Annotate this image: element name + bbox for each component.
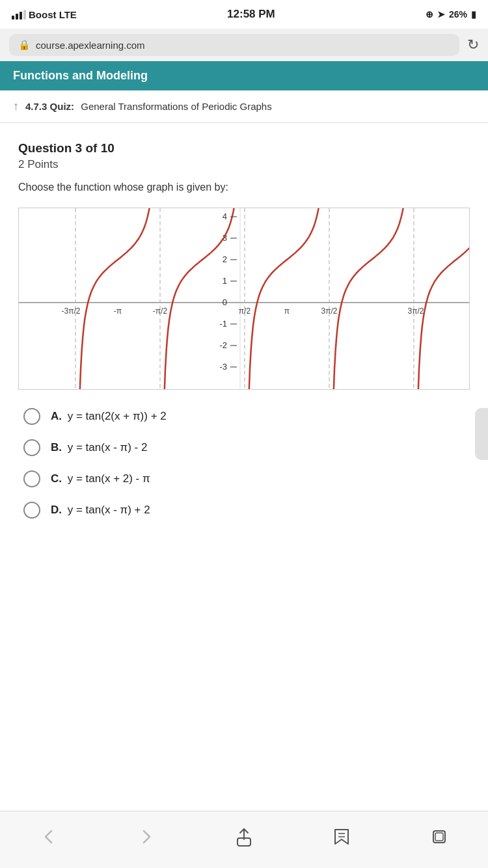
url-text: course.apexlearning.com	[36, 40, 145, 51]
svg-text:-π/2: -π/2	[153, 306, 168, 316]
share-button[interactable]	[224, 826, 264, 847]
question-title: Question 3 of 10	[18, 141, 470, 156]
graph-svg: 4 3 2 1 0 -1 -2 -3 -3π/2 -π -π/2 π/2 π 3…	[19, 208, 470, 390]
choice-a-label: A. y = tan(2(x + π)) + 2	[51, 410, 167, 423]
back-button[interactable]	[29, 828, 68, 846]
graph-container: 4 3 2 1 0 -1 -2 -3 -3π/2 -π -π/2 π/2 π 3…	[18, 208, 470, 390]
tabs-button[interactable]	[420, 828, 459, 846]
radio-a[interactable]	[23, 408, 40, 425]
choice-item-b[interactable]: B. y = tan(x - π) - 2	[23, 439, 465, 456]
choice-c-label: C. y = tan(x + 2) - π	[51, 472, 150, 485]
choice-b-label: B. y = tan(x - π) - 2	[51, 441, 147, 454]
svg-text:-π: -π	[114, 306, 122, 316]
status-left: Boost LTE	[12, 9, 77, 20]
choice-d-label: D. y = tan(x - π) + 2	[51, 504, 150, 517]
radio-d[interactable]	[23, 502, 40, 519]
location-icon: ⊕	[426, 9, 433, 20]
svg-text:-3: -3	[219, 362, 227, 372]
header-title: Functions and Modeling	[13, 69, 148, 82]
svg-text:3π/2: 3π/2	[408, 306, 424, 316]
choice-d-text: y = tan(x - π) + 2	[68, 504, 150, 516]
svg-text:-3π/2: -3π/2	[62, 306, 81, 316]
svg-rect-34	[435, 833, 443, 841]
question-header: Question 3 of 10 2 Points Choose the fun…	[18, 141, 470, 193]
status-right: ⊕ ➤ 26% ▮	[426, 9, 476, 20]
carrier-label: Boost LTE	[29, 9, 77, 20]
header-banner: Functions and Modeling	[0, 61, 488, 90]
battery-icon: ▮	[471, 9, 476, 20]
address-bar[interactable]: 🔒 course.apexlearning.com	[9, 34, 459, 56]
choice-b-text: y = tan(x - π) - 2	[68, 441, 148, 454]
choices-list: A. y = tan(2(x + π)) + 2 B. y = tan(x - …	[18, 408, 470, 519]
svg-text:-1: -1	[219, 319, 227, 329]
svg-text:0: 0	[223, 297, 227, 307]
question-points: 2 Points	[18, 158, 470, 171]
breadcrumb-quiz-title: General Transformations of Periodic Grap…	[81, 101, 271, 112]
compass-icon: ➤	[437, 9, 445, 20]
choice-item-d[interactable]: D. y = tan(x - π) + 2	[23, 502, 465, 519]
bookmarks-button[interactable]	[322, 827, 361, 847]
svg-text:π/2: π/2	[239, 306, 251, 316]
radio-b[interactable]	[23, 439, 40, 456]
svg-text:π: π	[284, 306, 290, 316]
svg-text:4: 4	[223, 211, 227, 221]
signal-bars-icon	[12, 10, 26, 20]
choice-c-text: y = tan(x + 2) - π	[68, 472, 150, 485]
breadcrumb-arrow-icon: ↑	[13, 100, 19, 113]
choice-item-c[interactable]: C. y = tan(x + 2) - π	[23, 470, 465, 487]
question-prompt: Choose the function whose graph is given…	[18, 182, 470, 193]
svg-text:3π/2: 3π/2	[321, 306, 338, 316]
choice-item-a[interactable]: A. y = tan(2(x + π)) + 2	[23, 408, 465, 425]
address-bar-row: 🔒 course.apexlearning.com ↻	[0, 29, 488, 61]
choice-a-text: y = tan(2(x + π)) + 2	[68, 410, 167, 422]
svg-text:2: 2	[223, 254, 227, 264]
svg-text:1: 1	[223, 276, 227, 286]
lock-icon: 🔒	[18, 39, 31, 51]
status-bar: Boost LTE 12:58 PM ⊕ ➤ 26% ▮	[0, 0, 488, 29]
bottom-toolbar	[0, 811, 488, 868]
breadcrumb-section: 4.7.3 Quiz: General Transformations of P…	[25, 101, 272, 112]
main-content: Question 3 of 10 2 Points Choose the fun…	[0, 123, 488, 532]
refresh-button[interactable]: ↻	[467, 36, 479, 53]
battery-label: 26%	[449, 9, 467, 20]
svg-text:-2: -2	[219, 340, 227, 350]
breadcrumb: ↑ 4.7.3 Quiz: General Transformations of…	[0, 90, 488, 123]
scroll-indicator[interactable]	[475, 408, 488, 460]
time-label: 12:58 PM	[227, 8, 275, 21]
radio-c[interactable]	[23, 470, 40, 487]
forward-button[interactable]	[127, 828, 166, 846]
